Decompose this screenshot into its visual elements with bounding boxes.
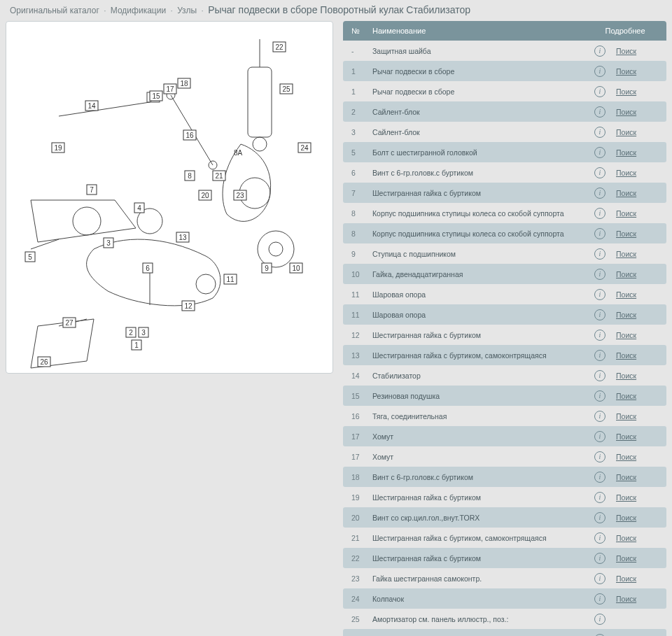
search-link[interactable]: Поиск [616, 189, 636, 197]
search-link[interactable]: Поиск [616, 148, 636, 157]
table-row[interactable]: 18Винт с 6-гр.головк.с буртикомiПоиск [343, 467, 666, 487]
table-row[interactable]: 1Рычаг подвески в сбореiПоиск [343, 61, 666, 81]
table-row[interactable]: 22Шестигранная гайка с буртикомiПоиск [343, 548, 666, 568]
search-link[interactable]: Поиск [616, 595, 636, 603]
table-row[interactable]: 24КолпачокiПоиск [343, 588, 666, 609]
info-icon[interactable]: i [594, 472, 606, 483]
info-icon[interactable]: i [594, 532, 606, 544]
search-link[interactable]: Поиск [616, 534, 636, 542]
table-row[interactable]: 2Сайлент-блокiПоиск [343, 101, 666, 122]
table-row[interactable]: 10Гайка, двенадцатиграннаяiПоиск [343, 264, 666, 284]
search-link[interactable]: Поиск [616, 169, 636, 177]
info-icon[interactable]: i [594, 370, 606, 381]
info-icon[interactable]: i [594, 553, 606, 564]
info-icon[interactable]: i [594, 86, 606, 97]
table-row[interactable]: 26не для этой моделиi [343, 629, 666, 636]
row-search: Поиск [616, 250, 666, 258]
table-row[interactable]: 19Шестигранная гайка с буртикомiПоиск [343, 487, 666, 507]
table-row[interactable]: 16Тяга, соединительнаяiПоиск [343, 406, 666, 426]
row-info: i [584, 431, 616, 442]
info-icon[interactable]: i [594, 330, 606, 341]
table-row[interactable]: 17ХомутiПоиск [343, 426, 666, 446]
search-link[interactable]: Поиск [616, 412, 636, 421]
breadcrumb-link-nodes[interactable]: Узлы [177, 6, 197, 15]
search-link[interactable]: Поиск [616, 372, 636, 380]
table-row[interactable]: 9Ступица с подшипникомiПоиск [343, 243, 666, 264]
info-icon[interactable]: i [594, 350, 606, 361]
search-link[interactable]: Поиск [616, 574, 636, 583]
search-link[interactable]: Поиск [616, 514, 636, 522]
row-name: Рычаг подвески в сборе [372, 87, 584, 96]
search-link[interactable]: Поиск [616, 87, 636, 96]
table-row[interactable]: 23Гайка шестигранная самоконтр.iПоиск [343, 568, 666, 588]
table-row[interactable]: 5Болт с шестигранной головкойiПоиск [343, 142, 666, 162]
info-icon[interactable]: i [594, 512, 606, 523]
info-icon[interactable]: i [594, 411, 606, 422]
search-link[interactable]: Поиск [616, 493, 636, 502]
info-icon[interactable]: i [594, 269, 606, 280]
search-link[interactable]: Поиск [616, 128, 636, 136]
row-info: i [584, 269, 616, 280]
search-link[interactable]: Поиск [616, 331, 636, 339]
search-link[interactable]: Поиск [616, 432, 636, 441]
info-icon[interactable]: i [594, 208, 606, 219]
table-row[interactable]: -Защитная шайбаiПоиск [343, 41, 666, 61]
table-row[interactable]: 17ХомутiПоиск [343, 446, 666, 467]
breadcrumb-link-catalog[interactable]: Оригинальный каталог [10, 6, 99, 15]
search-link[interactable]: Поиск [616, 47, 636, 55]
search-link[interactable]: Поиск [616, 270, 636, 278]
info-icon[interactable]: i [594, 248, 606, 260]
search-link[interactable]: Поиск [616, 108, 636, 116]
info-icon[interactable]: i [594, 634, 606, 637]
info-icon[interactable]: i [594, 289, 606, 300]
info-icon[interactable]: i [594, 147, 606, 158]
table-row[interactable]: 12Шестигранная гайка с буртикомiПоиск [343, 325, 666, 345]
info-icon[interactable]: i [594, 593, 606, 605]
table-row[interactable]: 7Шестигранная гайка с буртикомiПоиск [343, 183, 666, 203]
info-icon[interactable]: i [594, 431, 606, 442]
search-link[interactable]: Поиск [616, 351, 636, 360]
row-search: Поиск [616, 453, 666, 461]
info-icon[interactable]: i [594, 66, 606, 77]
info-icon[interactable]: i [594, 390, 606, 402]
search-link[interactable]: Поиск [616, 311, 636, 319]
search-link[interactable]: Поиск [616, 229, 636, 238]
table-row[interactable]: 11Шаровая опораiПоиск [343, 304, 666, 325]
parts-table-header: № Наименование Подробнее [343, 21, 666, 41]
table-row[interactable]: 25Амортизатор см. панель иллюстр., поз.:… [343, 609, 666, 629]
info-icon[interactable]: i [594, 573, 606, 584]
row-name: Шаровая опора [372, 311, 584, 319]
search-link[interactable]: Поиск [616, 392, 636, 400]
table-row[interactable]: 8Корпус подшипника ступицы колеса со ско… [343, 203, 666, 223]
search-link[interactable]: Поиск [616, 554, 636, 563]
info-icon[interactable]: i [594, 614, 606, 625]
table-row[interactable]: 20Винт со скр.цил.гол.,внут.TORXiПоиск [343, 507, 666, 528]
search-link[interactable]: Поиск [616, 290, 636, 299]
diagram-pane[interactable]: 22 25 24 8A 18 17 15 14 16 19 8 21 20 23… [6, 21, 333, 374]
search-link[interactable]: Поиск [616, 453, 636, 461]
table-row[interactable]: 3Сайлент-блокiПоиск [343, 122, 666, 142]
row-info: i [584, 86, 616, 97]
table-row[interactable]: 1Рычаг подвески в сбореiПоиск [343, 81, 666, 101]
search-link[interactable]: Поиск [616, 250, 636, 258]
info-icon[interactable]: i [594, 127, 606, 138]
info-icon[interactable]: i [594, 309, 606, 320]
info-icon[interactable]: i [594, 451, 606, 462]
search-link[interactable]: Поиск [616, 209, 636, 218]
table-row[interactable]: 15Резиновая подушкаiПоиск [343, 386, 666, 406]
table-row[interactable]: 14СтабилизаторiПоиск [343, 365, 666, 386]
search-link[interactable]: Поиск [616, 67, 636, 76]
info-icon[interactable]: i [594, 45, 606, 57]
search-link[interactable]: Поиск [616, 473, 636, 481]
info-icon[interactable]: i [594, 492, 606, 503]
table-row[interactable]: 13Шестигранная гайка с буртиком, самокон… [343, 345, 666, 365]
breadcrumb-link-modifications[interactable]: Модификации [111, 6, 166, 15]
table-row[interactable]: 11Шаровая опораiПоиск [343, 284, 666, 304]
table-row[interactable]: 6Винт с 6-гр.головк.с буртикомiПоиск [343, 162, 666, 183]
info-icon[interactable]: i [594, 106, 606, 118]
table-row[interactable]: 21Шестигранная гайка с буртиком, самокон… [343, 528, 666, 548]
table-row[interactable]: 8Корпус подшипника ступицы колеса со ско… [343, 223, 666, 243]
info-icon[interactable]: i [594, 188, 606, 199]
info-icon[interactable]: i [594, 167, 606, 178]
info-icon[interactable]: i [594, 228, 606, 239]
